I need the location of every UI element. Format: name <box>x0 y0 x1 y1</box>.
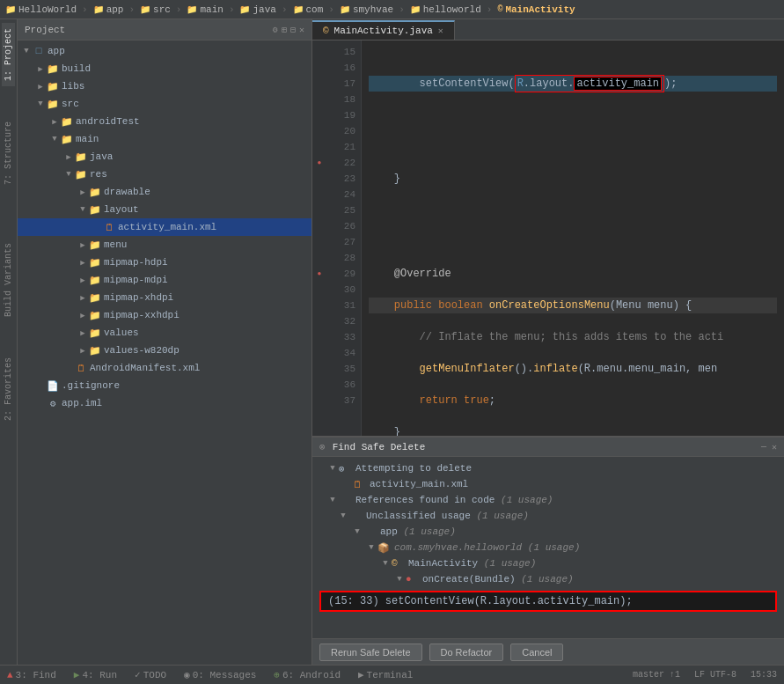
terminal-icon: ▶ <box>358 669 364 680</box>
breakpoint-dot-2[interactable]: ● <box>318 266 322 282</box>
status-terminal[interactable]: ▶ Terminal <box>355 669 416 680</box>
tree-item-src[interactable]: ▼ 📁 src <box>18 95 311 113</box>
bc-java[interactable]: 📁 java <box>239 4 275 15</box>
tree-item-mipmap-mdpi[interactable]: ▶ 📁 mipmap-mdpi <box>18 271 311 289</box>
vtab-build-variants[interactable]: Build Variants <box>2 238 15 322</box>
tree-item-values[interactable]: ▶ 📁 values <box>18 324 311 342</box>
right-panel: © MainActivity.java ✕ ● <box>312 19 784 665</box>
tree-item-app[interactable]: ▼ □ app <box>18 42 311 60</box>
tree-item-androidtest[interactable]: ▶ 📁 androidTest <box>18 113 311 130</box>
project-header: Project ⚙ ⊞ ⊟ ✕ <box>18 19 311 40</box>
code-line-26[interactable]: } <box>369 424 777 436</box>
rerun-safe-delete-button[interactable]: Rerun Safe Delete <box>319 644 422 661</box>
bc-com[interactable]: 📁 com <box>293 4 324 15</box>
top-breadcrumb-bar: 📁 HelloWorld › 📁 app › 📁 src › 📁 main › … <box>0 0 784 19</box>
tab-mainactivity[interactable]: © MainActivity.java ✕ <box>312 20 455 40</box>
close-panel-icon[interactable]: ✕ <box>299 25 304 35</box>
status-find[interactable]: ▲ 3: Find <box>4 670 60 680</box>
left-vtabs: 1: Project 7: Structure Build Variants 2… <box>0 19 18 665</box>
code-line-16[interactable] <box>369 107 777 123</box>
line-numbers: 15161718 19202122 23242526 27282930 3132… <box>326 40 362 436</box>
todo-icon: ✓ <box>135 669 141 680</box>
bc-app[interactable]: 📁 app <box>93 4 124 15</box>
fsd-item-oncreate[interactable]: ▼ ● onCreate(Bundle) (1 usage) <box>312 571 784 587</box>
collapse-icon[interactable]: ⊟ <box>290 25 296 35</box>
status-messages[interactable]: ◉ 0: Messages <box>180 669 260 680</box>
tree-item-activity-main-xml[interactable]: 🗒 activity_main.xml <box>18 218 311 236</box>
tree-item-app-iml[interactable]: ⚙ app.iml <box>18 394 311 412</box>
tree-item-mipmap-xhdpi[interactable]: ▶ 📁 mipmap-xhdpi <box>18 289 311 306</box>
bc-helloworld[interactable]: 📁 HelloWorld <box>5 4 77 15</box>
run-icon: ▶ <box>74 669 80 680</box>
find-safe-delete-content: ▼ ⊗ Attempting to delete 🗒 activity_main… <box>312 457 784 638</box>
tree-item-layout[interactable]: ▼ 📁 layout <box>18 201 311 218</box>
project-title: Project <box>25 25 65 35</box>
fsd-item-references[interactable]: ▼ References found in code (1 usage) <box>312 492 784 508</box>
expand-icon[interactable]: ⊞ <box>282 25 287 35</box>
code-line-21[interactable]: @Override <box>369 266 777 282</box>
find-safe-delete-title: Find Safe Delete <box>333 442 426 452</box>
breakpoint-dot[interactable]: ● <box>318 155 322 171</box>
code-editor[interactable]: ● ● 15161718 19202122 232425 <box>312 40 784 436</box>
tree-item-mipmap-xxhdpi[interactable]: ▶ 📁 mipmap-xxhdpi <box>18 306 311 324</box>
status-todo[interactable]: ✓ TODO <box>131 669 170 680</box>
settings-icon[interactable]: ⚙ <box>273 25 278 35</box>
bc-main[interactable]: 📁 main <box>187 4 223 15</box>
tree-item-gitignore[interactable]: 📄 .gitignore <box>18 377 311 394</box>
project-tree: ▼ □ app ▶ 📁 build ▶ 📁 libs ▼ 📁 src <box>18 40 311 665</box>
tree-item-androidmanifest[interactable]: 🗒 AndroidManifest.xml <box>18 359 311 377</box>
minimize-panel-icon[interactable]: — <box>761 442 766 452</box>
tab-close-icon[interactable]: ✕ <box>438 26 443 36</box>
android-icon: ⊕ <box>274 669 280 680</box>
bottom-actions: Rerun Safe Delete Do Refactor Cancel <box>312 638 784 665</box>
fsd-item-unclassified[interactable]: ▼ Unclassified usage (1 usage) <box>312 508 784 524</box>
code-line-15[interactable]: setContentView(R.layout.activity_main); <box>369 76 777 92</box>
status-git[interactable]: master ↑1 <box>629 670 684 680</box>
bc-helloworld2[interactable]: 📁 helloworld <box>410 4 481 15</box>
tree-item-java[interactable]: ▶ 📁 java <box>18 148 311 165</box>
cancel-button[interactable]: Cancel <box>510 644 563 661</box>
status-bar: ▲ 3: Find ▶ 4: Run ✓ TODO ◉ 0: Messages … <box>0 665 784 684</box>
find-icon: ▲ <box>7 670 13 680</box>
vtab-project[interactable]: 1: Project <box>2 23 15 86</box>
bottom-panel-header: ⊗ Find Safe Delete — ✕ <box>312 438 784 457</box>
tree-item-res[interactable]: ▼ 📁 res <box>18 165 311 183</box>
bc-src[interactable]: 📁 src <box>140 4 171 15</box>
code-line-19[interactable] <box>369 202 777 218</box>
main-layout: 1: Project 7: Structure Build Variants 2… <box>0 19 784 665</box>
status-position[interactable]: 15:33 <box>747 670 780 680</box>
messages-icon: ◉ <box>184 669 190 680</box>
tree-item-menu[interactable]: ▶ 📁 menu <box>18 236 311 254</box>
code-line-22[interactable]: public boolean onCreateOptionsMenu(Menu … <box>369 298 777 313</box>
code-line-25[interactable]: return true; <box>369 393 777 408</box>
fsd-item-activity-main[interactable]: 🗒 activity_main.xml <box>312 476 784 492</box>
tree-item-main[interactable]: ▼ 📁 main <box>18 130 311 148</box>
fsd-item-app[interactable]: ▼ app (1 usage) <box>312 524 784 540</box>
vtab-favorites[interactable]: 2: Favorites <box>2 352 15 426</box>
find-safe-delete-icon: ⊗ <box>319 441 326 452</box>
fsd-item-package[interactable]: ▼ 📦 com.smyhvae.helloworld (1 usage) <box>312 540 784 555</box>
do-refactor-button[interactable]: Do Refactor <box>429 644 504 661</box>
tree-item-values-w820dp[interactable]: ▶ 📁 values-w820dp <box>18 342 311 359</box>
bc-mainactivity[interactable]: © MainActivity <box>497 4 575 15</box>
tree-item-drawable[interactable]: ▶ 📁 drawable <box>18 183 311 201</box>
bc-smyhvae[interactable]: 📁 smyhvae <box>340 4 393 15</box>
tree-item-build[interactable]: ▶ 📁 build <box>18 60 311 77</box>
vtab-structure[interactable]: 7: Structure <box>2 116 15 190</box>
status-run[interactable]: ▶ 4: Run <box>70 669 121 680</box>
code-line-20[interactable] <box>369 234 777 250</box>
bottom-panel: ⊗ Find Safe Delete — ✕ ▼ ⊗ Attempting to… <box>312 436 784 665</box>
code-content[interactable]: setContentView(R.layout.activity_main); … <box>362 40 784 436</box>
tree-item-mipmap-hdpi[interactable]: ▶ 📁 mipmap-hdpi <box>18 254 311 271</box>
tree-item-libs[interactable]: ▶ 📁 libs <box>18 77 311 95</box>
fsd-item-attempting[interactable]: ▼ ⊗ Attempting to delete <box>312 460 784 476</box>
fsd-item-mainactivity[interactable]: ▼ © MainActivity (1 usage) <box>312 555 784 571</box>
code-line-17[interactable] <box>369 139 777 155</box>
code-line-18[interactable]: } <box>369 171 777 187</box>
bottom-highlight-line[interactable]: (15: 33) setContentView(R.layout.activit… <box>319 591 777 612</box>
code-line-23[interactable]: // Inflate the menu; this adds items to … <box>369 329 777 345</box>
status-lf[interactable]: LF UTF-8 <box>691 670 740 680</box>
code-line-24[interactable]: getMenuInflater().inflate(R.menu.menu_ma… <box>369 361 777 377</box>
close-panel-bottom-icon[interactable]: ✕ <box>772 442 777 452</box>
status-android[interactable]: ⊕ 6: Android <box>270 669 344 680</box>
